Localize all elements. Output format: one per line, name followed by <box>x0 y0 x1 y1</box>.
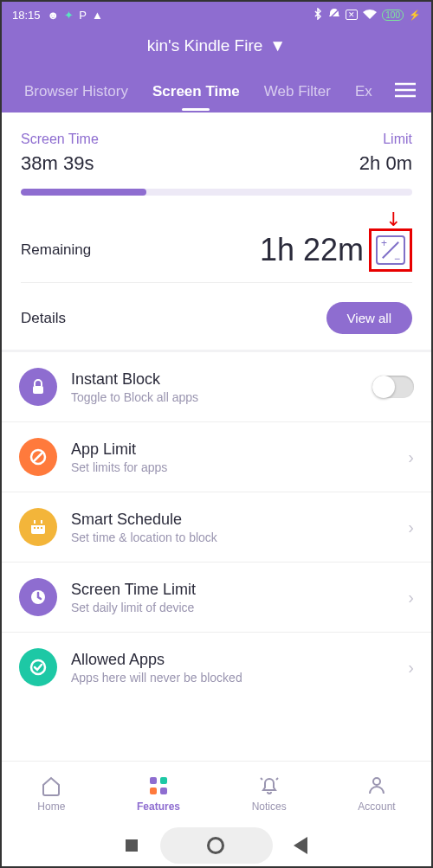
details-label: Details <box>21 310 66 327</box>
person-icon <box>365 775 388 797</box>
nav-recent-button[interactable] <box>126 839 138 852</box>
tab-features[interactable]: Features <box>137 775 180 813</box>
setting-title: Allowed Apps <box>71 651 408 669</box>
setting-app-limit[interactable]: App Limit Set limits for apps › <box>2 422 431 492</box>
status-time: 18:15 <box>12 9 41 22</box>
tab-browser-history[interactable]: Browser History <box>12 83 140 100</box>
nav-back-button[interactable] <box>294 837 307 854</box>
setting-title: App Limit <box>71 440 408 459</box>
chevron-right-icon: › <box>408 588 414 608</box>
status-icon-app2: ✦ <box>64 9 74 22</box>
dnd-icon <box>328 8 340 23</box>
tab-extra[interactable]: Ex <box>343 83 376 100</box>
battery-icon: 100 <box>382 10 404 21</box>
setting-instant-block[interactable]: Instant Block Toggle to Block all apps <box>2 352 431 422</box>
usage-progress-fill <box>21 189 146 196</box>
tab-label: Features <box>137 800 180 813</box>
setting-title: Smart Schedule <box>71 511 408 529</box>
toggle-knob <box>372 376 395 398</box>
tab-label: Notices <box>252 800 287 813</box>
status-icon-app1: ☻ <box>48 9 60 22</box>
screen-time-label: Screen Time <box>21 132 99 147</box>
setting-subtitle: Set time & location to block <box>71 530 408 544</box>
tab-home[interactable]: Home <box>37 775 65 813</box>
svg-line-6 <box>33 452 43 462</box>
setting-allowed-apps[interactable]: Allowed Apps Apps here will never be blo… <box>2 633 431 702</box>
setting-subtitle: Apps here will never be blocked <box>71 671 408 685</box>
tab-web-filter[interactable]: Web Filter <box>252 83 343 100</box>
setting-title: Screen Time Limit <box>71 581 408 599</box>
svg-rect-11 <box>34 527 36 529</box>
dropdown-icon: ▼ <box>269 36 286 55</box>
tab-label: Account <box>358 800 395 813</box>
svg-rect-4 <box>33 386 43 394</box>
battery-saver-icon: ✕ <box>346 10 358 20</box>
check-icon <box>19 648 57 686</box>
tab-label: Home <box>37 800 65 813</box>
status-icon-app3: P <box>79 9 87 22</box>
setting-title: Instant Block <box>71 370 372 389</box>
tab-account[interactable]: Account <box>358 775 395 813</box>
bell-icon <box>258 775 281 797</box>
nav-home-button[interactable] <box>207 837 224 854</box>
clock-icon <box>19 578 57 616</box>
device-name: kin's Kindle Fire <box>147 36 263 55</box>
app-header: kin's Kindle Fire ▼ Browser History Scre… <box>2 28 431 113</box>
calendar-icon <box>19 508 57 546</box>
setting-subtitle: Toggle to Block all apps <box>71 390 372 404</box>
wifi-icon <box>363 9 377 22</box>
remaining-value: 1h 22m <box>260 232 364 268</box>
svg-rect-13 <box>41 527 42 529</box>
bluetooth-icon <box>313 8 323 23</box>
setting-smart-schedule[interactable]: Smart Schedule Set time & location to bl… <box>2 492 431 563</box>
chevron-right-icon: › <box>408 447 414 467</box>
limit-value: 2h 0m <box>359 152 412 175</box>
top-tabs: Browser History Screen Time Web Filter E… <box>2 71 431 113</box>
svg-rect-12 <box>37 527 39 529</box>
svg-rect-19 <box>160 788 167 794</box>
svg-rect-18 <box>150 788 157 794</box>
instant-block-toggle[interactable] <box>372 376 414 398</box>
usage-progress <box>21 189 412 196</box>
plus-minus-icon <box>376 235 405 265</box>
screen-time-value: 38m 39s <box>21 152 99 175</box>
bottom-tabbar: Home Features Notices Account <box>2 761 431 825</box>
adjust-time-button[interactable]: ↘ <box>369 228 412 272</box>
view-all-button[interactable]: View all <box>326 302 412 334</box>
lock-icon <box>19 368 57 406</box>
chevron-right-icon: › <box>408 658 414 678</box>
setting-screen-time-limit[interactable]: Screen Time Limit Set daily limit of dev… <box>2 563 431 633</box>
charging-icon: ⚡ <box>409 10 421 21</box>
status-bar: 18:15 ☻ ✦ P ▲ ✕ 100 ⚡ <box>2 2 431 28</box>
features-icon <box>148 775 169 797</box>
android-navbar <box>2 825 431 866</box>
chevron-right-icon: › <box>408 518 414 537</box>
tab-notices[interactable]: Notices <box>252 775 287 813</box>
main-content: Screen Time 38m 39s Limit 2h 0m Remainin… <box>2 113 431 702</box>
remaining-label: Remaining <box>21 241 91 259</box>
status-icon-warning: ▲ <box>92 9 103 22</box>
screen-time-card: Screen Time 38m 39s Limit 2h 0m Remainin… <box>2 113 431 352</box>
menu-button[interactable] <box>390 77 421 106</box>
svg-rect-17 <box>160 777 167 784</box>
svg-rect-16 <box>150 777 157 784</box>
setting-subtitle: Set daily limit of device <box>71 601 408 614</box>
tab-screen-time[interactable]: Screen Time <box>140 83 252 100</box>
device-selector[interactable]: kin's Kindle Fire ▼ <box>2 36 431 71</box>
settings-list: Instant Block Toggle to Block all apps A… <box>2 352 431 702</box>
svg-rect-8 <box>31 522 45 525</box>
home-icon <box>40 775 62 797</box>
no-icon <box>19 438 57 476</box>
limit-label: Limit <box>359 132 412 147</box>
svg-point-20 <box>373 778 380 785</box>
setting-subtitle: Set limits for apps <box>71 460 408 474</box>
annotation-arrow-icon: ↘ <box>379 204 406 231</box>
